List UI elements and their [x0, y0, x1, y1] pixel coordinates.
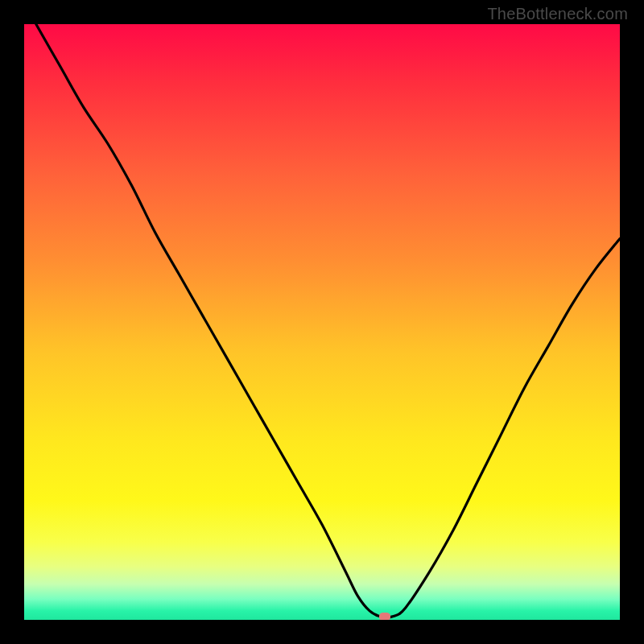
optimal-point-marker	[379, 613, 390, 620]
chart-frame: TheBottleneck.com	[0, 0, 644, 644]
curve-svg	[24, 24, 620, 620]
bottleneck-curve	[36, 24, 620, 617]
watermark-text: TheBottleneck.com	[487, 5, 628, 23]
plot-area	[24, 24, 620, 620]
